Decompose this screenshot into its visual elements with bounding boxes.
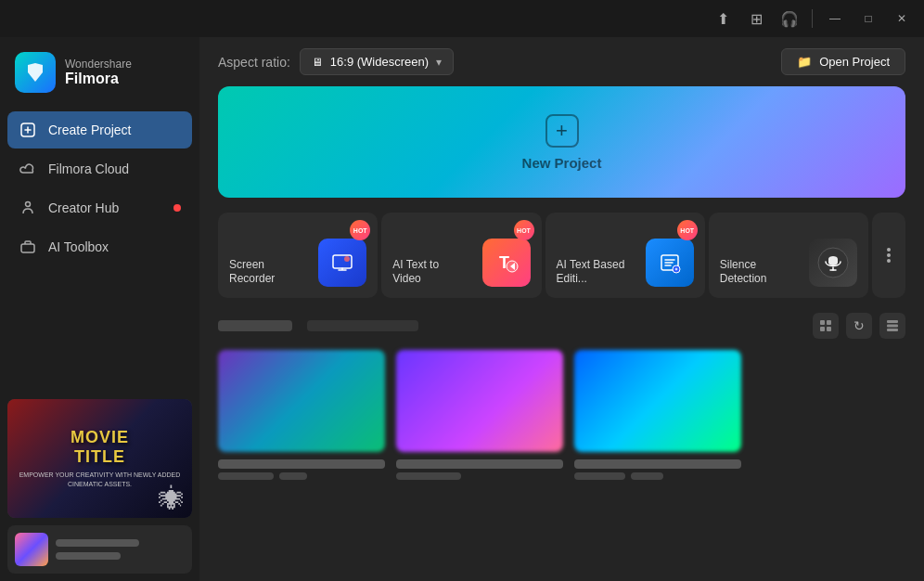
- create-project-icon: [19, 121, 37, 139]
- recent-controls: ↻: [813, 313, 905, 339]
- screen-recorder-badge: HOT: [350, 220, 370, 240]
- logo-brand: Wondershare: [65, 58, 132, 71]
- sidebar-logo: Wondershare Filmora: [0, 37, 199, 111]
- open-project-button[interactable]: 📁 Open Project: [781, 48, 905, 75]
- ai-toolbox-label: AI Toolbox: [48, 239, 109, 254]
- recent-card-3[interactable]: [574, 350, 741, 480]
- grid-icon[interactable]: ⊞: [741, 4, 771, 33]
- movie-thumbnail[interactable]: MOVIETITLE EMPOWER YOUR CREATIVITY WITH …: [7, 399, 192, 518]
- creator-hub-notification-dot: [173, 204, 181, 212]
- recent-card-2-title: [396, 459, 563, 469]
- recent-card-3-title-row: [574, 459, 741, 469]
- sidebar: Wondershare Filmora Create Project: [0, 37, 199, 581]
- recent-card-2-meta: [396, 472, 563, 480]
- recent-header: ↻: [218, 313, 905, 339]
- titlebar-controls: ⬆ ⊞ 🎧 — □ ✕: [708, 4, 917, 33]
- recent-card-1-meta2: [279, 472, 307, 480]
- aspect-ratio-select[interactable]: 🖥 16:9 (Widescreen) ▾: [300, 48, 454, 75]
- movie-thumb-title: MOVIETITLE: [71, 428, 129, 467]
- silence-detection-icon: [809, 239, 857, 287]
- feature-cards: HOT Screen Recorder HOT AI Text to Video…: [199, 213, 924, 298]
- feature-card-ai-text-to-video[interactable]: HOT AI Text to Video T: [381, 213, 541, 298]
- feature-card-silence-detection[interactable]: Silence Detection: [709, 213, 868, 298]
- creator-hub-icon: [19, 199, 37, 217]
- thumb2-text-lines: [56, 539, 139, 560]
- titlebar-divider: [812, 9, 813, 28]
- app-logo-icon: [15, 52, 56, 93]
- open-project-label: Open Project: [819, 55, 890, 69]
- screen-recorder-label: Screen Recorder: [229, 258, 305, 287]
- sidebar-item-create-project[interactable]: Create Project: [7, 111, 192, 148]
- recent-card-3-meta1: [574, 472, 625, 480]
- svg-rect-11: [827, 320, 831, 325]
- recent-card-1-title: [218, 459, 385, 469]
- feature-card-screen-recorder[interactable]: HOT Screen Recorder: [218, 213, 378, 298]
- content-header: Aspect ratio: 🖥 16:9 (Widescreen) ▾ 📁 Op…: [199, 37, 924, 86]
- recent-title-group: [218, 320, 418, 331]
- filmora-cloud-label: Filmora Cloud: [48, 161, 129, 176]
- sidebar-nav: Create Project Filmora Cloud Creato: [0, 111, 199, 265]
- svg-rect-12: [820, 327, 825, 331]
- upload-icon[interactable]: ⬆: [708, 4, 738, 33]
- recent-thumb-1: [218, 350, 385, 452]
- recent-card-1[interactable]: [218, 350, 385, 480]
- feature-card-ai-text-based-editing[interactable]: HOT AI Text Based Editi...: [545, 213, 705, 298]
- aspect-ratio-value: 16:9 (Widescreen): [330, 55, 429, 69]
- svg-rect-16: [887, 329, 898, 331]
- svg-rect-2: [21, 244, 34, 252]
- recent-card-3-title: [574, 459, 741, 469]
- more-button[interactable]: [872, 213, 905, 298]
- aspect-ratio-group: Aspect ratio: 🖥 16:9 (Widescreen) ▾: [218, 48, 454, 75]
- silence-detection-label: Silence Detection: [720, 258, 796, 287]
- new-project-plus-icon: +: [545, 114, 579, 148]
- headphone-icon[interactable]: 🎧: [775, 4, 804, 33]
- ai-text-to-video-icon: T: [482, 239, 531, 287]
- recent-thumb-3: [574, 350, 741, 452]
- filmora-cloud-icon: [19, 160, 37, 178]
- main-layout: Wondershare Filmora Create Project: [0, 37, 924, 581]
- sidebar-thumb2[interactable]: [7, 525, 192, 574]
- svg-rect-13: [827, 327, 831, 331]
- create-project-label: Create Project: [48, 123, 131, 137]
- svg-point-1: [26, 202, 31, 207]
- ai-text-based-editing-label: AI Text Based Editi...: [557, 258, 633, 287]
- recent-title-blurred2: [307, 320, 418, 331]
- aspect-ratio-label: Aspect ratio:: [218, 55, 290, 70]
- svg-rect-15: [887, 325, 898, 328]
- titlebar: ⬆ ⊞ 🎧 — □ ✕: [0, 0, 924, 37]
- content-area: Aspect ratio: 🖥 16:9 (Widescreen) ▾ 📁 Op…: [199, 37, 924, 581]
- grid-small-button[interactable]: [813, 313, 839, 339]
- logo-name: Filmora: [65, 71, 132, 87]
- recent-grid: [218, 350, 905, 480]
- svg-rect-10: [820, 320, 825, 325]
- sidebar-item-filmora-cloud[interactable]: Filmora Cloud: [7, 150, 192, 187]
- recent-card-1-meta1: [218, 472, 274, 480]
- aspect-ratio-monitor-icon: 🖥: [312, 56, 323, 69]
- ai-text-based-editing-icon: [646, 239, 694, 287]
- more-dots-icon: [887, 248, 891, 263]
- recent-thumb-2: [396, 350, 563, 452]
- new-project-banner[interactable]: + New Project: [218, 86, 905, 198]
- sidebar-item-creator-hub[interactable]: Creator Hub: [7, 189, 192, 226]
- recent-card-1-title-row: [218, 459, 385, 469]
- recent-card-2[interactable]: [396, 350, 563, 480]
- thumb2-line2: [56, 552, 121, 560]
- recent-card-2-title-row: [396, 459, 563, 469]
- creator-hub-label: Creator Hub: [48, 200, 119, 215]
- folder-icon: 📁: [797, 55, 812, 69]
- recent-section: ↻: [199, 313, 924, 581]
- refresh-button[interactable]: ↻: [846, 313, 872, 339]
- thumb2-line1: [56, 539, 139, 547]
- recent-title-blurred1: [218, 320, 292, 331]
- ai-text-based-editing-badge: HOT: [677, 220, 698, 240]
- sidebar-item-ai-toolbox[interactable]: AI Toolbox: [7, 228, 192, 265]
- screen-recorder-icon: [318, 239, 366, 287]
- ai-toolbox-icon: [19, 238, 37, 256]
- maximize-button[interactable]: □: [853, 4, 883, 33]
- list-view-button[interactable]: [879, 313, 905, 339]
- recent-card-3-meta2: [631, 472, 663, 480]
- minimize-button[interactable]: —: [820, 4, 850, 33]
- close-button[interactable]: ✕: [887, 4, 917, 33]
- recent-card-3-meta: [574, 472, 741, 480]
- spider-icon: 🕷: [159, 484, 185, 514]
